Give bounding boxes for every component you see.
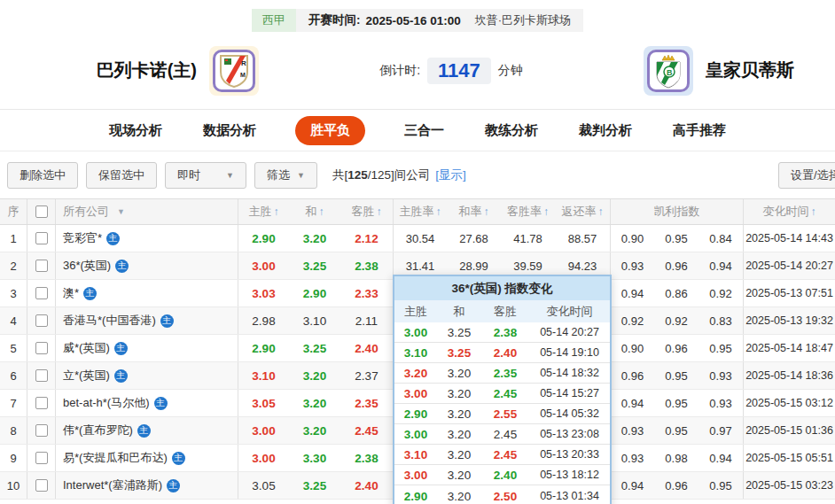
tab-data-analysis[interactable]: 数据分析	[201, 116, 258, 145]
analysis-tabs: 现场分析 数据分析 胜平负 三合一 教练分析 裁判分析 高手推荐	[0, 110, 835, 151]
delete-selected-button[interactable]: 删除选中	[7, 162, 78, 189]
kelly-home: 0.96	[610, 362, 654, 389]
company-cell[interactable]: 澳*主	[55, 280, 238, 306]
tab-three-in-one[interactable]: 三合一	[402, 116, 446, 145]
header-rate-draw[interactable]: 和率↑	[447, 204, 501, 220]
popup-header-draw: 和	[437, 304, 481, 320]
row-checkbox[interactable]	[35, 369, 48, 382]
header-odds-draw[interactable]: 和↑	[289, 204, 340, 220]
company-count: 共[125/125]间公司	[332, 167, 430, 183]
header-kelly-label: 凯利指数	[654, 204, 700, 220]
odds-draw: 3.20	[303, 397, 326, 410]
tab-win-draw-loss[interactable]: 胜平负	[295, 116, 365, 145]
home-badge-icon: 主	[114, 342, 128, 355]
row-checkbox[interactable]	[35, 287, 48, 299]
row-checkbox[interactable]	[35, 232, 48, 244]
popup-change-time: 05-13 01:34	[529, 490, 610, 502]
row-select	[27, 280, 55, 306]
row-checkbox[interactable]	[35, 424, 48, 437]
league-badge: 西甲	[252, 9, 296, 32]
filter-dropdown-label: 筛选	[267, 167, 290, 183]
instant-dropdown[interactable]: 即时 ▼	[165, 162, 246, 189]
kelly-draw: 0.92	[654, 314, 698, 328]
match-header: 巴列卡诺(主) R M 倒计时: 1147 分钟	[0, 32, 835, 110]
kelly-away: 0.94	[698, 452, 743, 465]
popup-change-time: 05-13 23:08	[529, 428, 610, 440]
home-badge-icon: 主	[115, 260, 129, 273]
row-seq: 1	[0, 232, 27, 245]
popup-odds-home: 2.90	[404, 407, 427, 421]
rate-return: 94.23	[555, 260, 610, 273]
company-cell[interactable]: 36*(英国)主	[55, 252, 238, 279]
match-info-strip: 西甲 开赛时间: 2025-05-16 01:00 坎普·巴列卡斯球场	[0, 9, 835, 32]
header-seq: 序	[0, 204, 27, 220]
popup-change-time: 05-14 15:27	[529, 387, 610, 399]
row-checkbox[interactable]	[35, 397, 48, 409]
kelly-home: 0.93	[610, 417, 654, 444]
sort-asc-icon: ↑	[543, 205, 549, 218]
row-checkbox[interactable]	[35, 342, 48, 354]
popup-header-home: 主胜	[394, 304, 437, 320]
odds-home: 3.00	[252, 452, 275, 465]
popup-row: 3.00 3.20 2.45 05-14 15:27	[394, 384, 610, 404]
row-seq: 8	[0, 424, 27, 438]
change-time: 2025-05-15 01:36	[743, 417, 835, 444]
popup-odds-away: 2.50	[494, 490, 517, 503]
row-checkbox[interactable]	[35, 479, 48, 492]
home-badge-icon: 主	[154, 397, 168, 410]
row-checkbox[interactable]	[35, 260, 48, 272]
away-team-block: B 皇家贝蒂斯	[644, 46, 835, 96]
tab-expert-picks[interactable]: 高手推荐	[671, 116, 728, 145]
company-name: 立*(英国)	[63, 368, 110, 384]
home-badge-icon: 主	[160, 314, 174, 328]
popup-odds-draw: 3.25	[448, 346, 471, 360]
header-rate-away-label: 客胜率	[507, 205, 542, 218]
table-header-row: 序 所有公司▼ 主胜↑ 和↑ 客胜↑ 主胜率↑ 和率↑ 客胜率↑ 返还率↑ 凯利…	[0, 198, 835, 225]
select-all-checkbox[interactable]	[35, 205, 48, 218]
countdown: 倒计时: 1147 分钟	[259, 58, 644, 84]
company-cell[interactable]: 易*(安提瓜和巴布达)主	[55, 445, 238, 471]
popup-row: 3.00 3.25 2.38 05-14 20:27	[394, 322, 610, 343]
keep-selected-button[interactable]: 保留选中	[86, 162, 157, 189]
company-cell[interactable]: 立*(英国)主	[55, 362, 238, 389]
odds-away: 2.33	[355, 287, 378, 300]
header-odds-home[interactable]: 主胜↑	[238, 199, 289, 224]
header-odds-away[interactable]: 客胜↑	[340, 204, 393, 220]
tab-referee-analysis[interactable]: 裁判分析	[577, 116, 634, 145]
popup-odds-home: 3.00	[404, 469, 427, 482]
popup-odds-draw: 3.25	[448, 326, 471, 339]
settings-select-button[interactable]: 设置/选择	[778, 162, 835, 189]
home-team-name: 巴列卡诺(主)	[97, 58, 197, 82]
company-name: bet-at-h*(马尔他)	[63, 395, 150, 411]
chevron-down-icon: ▼	[117, 207, 125, 216]
tab-live-analysis[interactable]: 现场分析	[107, 116, 164, 145]
odds-home: 2.98	[252, 314, 275, 328]
filter-dropdown[interactable]: 筛选 ▼	[254, 162, 317, 189]
countdown-label: 倒计时:	[379, 63, 420, 79]
sort-asc-icon: ↑	[484, 205, 489, 218]
header-change-time[interactable]: 变化时间↑	[743, 199, 835, 224]
popup-odds-draw: 3.20	[448, 490, 471, 503]
company-cell[interactable]: bet-at-h*(马尔他)主	[55, 390, 238, 416]
company-cell[interactable]: Interwet*(塞浦路斯)主	[55, 472, 238, 499]
change-time: 2025-05-13 19:32	[743, 307, 835, 334]
odds-away: 2.45	[355, 424, 378, 438]
popup-title: 36*(英国) 指数变化	[394, 276, 610, 300]
odds-draw: 3.25	[303, 260, 326, 273]
row-checkbox[interactable]	[35, 314, 48, 327]
kelly-home: 0.93	[610, 252, 654, 279]
company-cell[interactable]: 竞彩官*主	[55, 225, 238, 252]
header-rate-away[interactable]: 客胜率↑	[501, 204, 555, 220]
popup-odds-away: 2.45	[494, 387, 517, 400]
instant-dropdown-label: 即时	[177, 167, 200, 183]
header-company[interactable]: 所有公司▼	[55, 199, 238, 224]
header-rate-return[interactable]: 返还率↑	[555, 204, 610, 220]
company-cell[interactable]: 香港马*(中国香港)主	[55, 307, 238, 334]
show-link[interactable]: [显示]	[435, 167, 466, 183]
tab-coach-analysis[interactable]: 教练分析	[483, 116, 540, 145]
row-checkbox[interactable]	[35, 452, 48, 464]
company-cell[interactable]: 威*(英国)主	[55, 335, 238, 361]
popup-change-time: 05-13 18:12	[529, 469, 610, 481]
company-cell[interactable]: 伟*(直布罗陀)主	[55, 417, 238, 444]
header-rate-home[interactable]: 主胜率↑	[393, 199, 447, 224]
